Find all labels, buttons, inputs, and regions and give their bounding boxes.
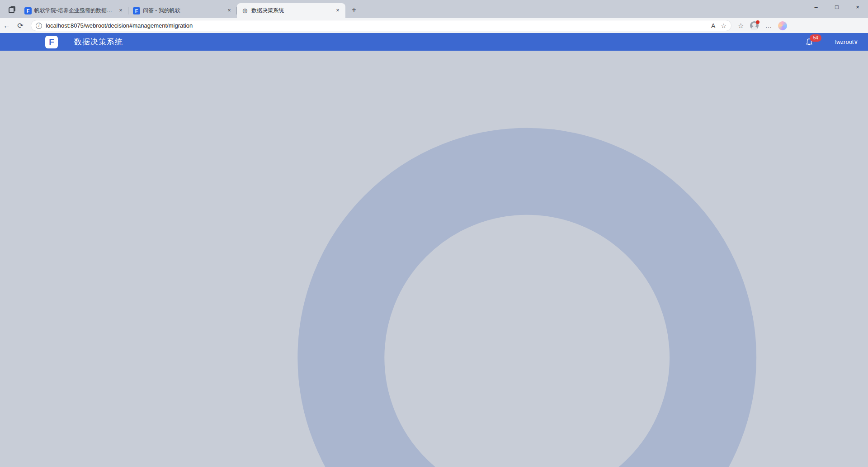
pin-icon[interactable] (0, 16, 868, 467)
tab-favicon-icon: F (133, 7, 140, 14)
tab-overview-button[interactable] (5, 4, 18, 16)
read-aloud-icon[interactable]: A (711, 22, 715, 29)
tab-close-icon[interactable]: × (117, 7, 125, 15)
tab-overview-icon (9, 7, 14, 13)
user-menu[interactable]: lwzroot ∨ (825, 37, 858, 47)
url-text[interactable]: localhost:8075/webroot/decision#manageme… (46, 22, 706, 29)
site-info-icon[interactable]: i (36, 23, 42, 29)
back-button[interactable]: ← (0, 22, 14, 30)
notification-badge: 54 (810, 34, 821, 42)
tab-title: 数据决策系统 (251, 7, 331, 14)
browser-tab[interactable]: ⊕ 数据决策系统 × (237, 3, 345, 18)
user-avatar-icon (825, 37, 835, 47)
refresh-button[interactable]: ⟳ (14, 21, 27, 30)
tab-close-icon[interactable]: × (334, 7, 342, 15)
browser-tab-bar: F 帆软学院-培养企业亟需的数据人才 × F 问答 - 我的帆软 × ⊕ 数据决… (0, 0, 868, 18)
screen: F 帆软学院-培养企业亟需的数据人才 × F 问答 - 我的帆软 × ⊕ 数据决… (0, 0, 868, 467)
copilot-icon[interactable] (778, 21, 787, 30)
new-tab-button[interactable]: + (348, 5, 360, 16)
profile-alert-dot (756, 20, 760, 24)
fanruan-logo-icon: F (45, 36, 58, 48)
browser-menu-icon[interactable]: … (765, 22, 772, 29)
notification-bell-icon[interactable]: 54 (805, 38, 813, 46)
tab-favicon-icon: F (24, 7, 32, 14)
tab-title: 帆软学院-培养企业亟需的数据人才 (34, 7, 114, 14)
maximize-button[interactable]: □ (826, 0, 847, 15)
tab-close-icon[interactable]: × (225, 7, 233, 15)
tab-title: 问答 - 我的帆软 (143, 7, 222, 14)
browser-toolbar: ← ⟳ i localhost:8075/webroot/decision#ma… (0, 18, 868, 33)
browser-tab[interactable]: F 帆软学院-培养企业亟需的数据人才 × (20, 3, 128, 18)
bookmark-star-icon[interactable]: ☆ (721, 22, 726, 29)
admin-sidebar: ◉ 权限管理 ◪ 外观配置 ⚙ 系统管理 ◷ (0, 16, 868, 467)
close-button[interactable]: × (847, 0, 868, 15)
browser-profile-avatar[interactable] (750, 21, 759, 30)
app-header: F 数据决策系统 54 lwzroot ∨ (0, 33, 868, 51)
app-title: 数据决策系统 (74, 37, 123, 47)
username: lwzroot (835, 38, 854, 45)
favorites-bar-icon[interactable]: ☆ (738, 22, 744, 30)
chevron-down-icon: ∨ (854, 38, 858, 45)
browser-tab[interactable]: F 问答 - 我的帆软 × (128, 3, 237, 18)
minimize-button[interactable]: – (806, 0, 826, 15)
address-bar[interactable]: i localhost:8075/webroot/decision#manage… (31, 20, 731, 31)
window-controls: – □ × (806, 0, 868, 15)
tab-favicon-icon: ⊕ (241, 7, 249, 14)
